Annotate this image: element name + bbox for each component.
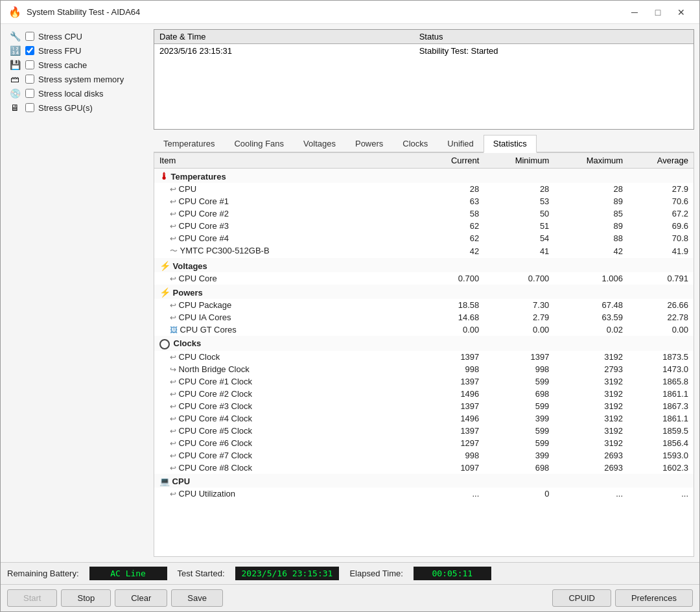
row-average: 1859.5 bbox=[628, 425, 694, 437]
row-maximum: 88 bbox=[554, 232, 628, 244]
row-item: ⚡ Powers bbox=[154, 285, 424, 299]
stress-fpu-label: Stress FPU bbox=[38, 46, 81, 56]
row-item: ↩ CPU Package bbox=[154, 299, 424, 311]
minimize-button[interactable]: ─ bbox=[624, 3, 645, 21]
row-average bbox=[628, 336, 694, 351]
row-item: 🖼 CPU GT Cores bbox=[154, 324, 424, 336]
row-item: ↩ CPU Core #2 bbox=[154, 207, 424, 220]
stress-fpu-item[interactable]: 🔢 Stress FPU bbox=[6, 43, 148, 58]
row-current: 998 bbox=[424, 449, 484, 462]
stats-table: Item Current Minimum Maximum Average 🌡 T… bbox=[154, 153, 694, 500]
data-row: ↩ CPU Core #4 Clock 1496 399 3192 1861.1 bbox=[154, 412, 694, 425]
row-maximum: ... bbox=[554, 488, 628, 500]
row-minimum: 0.700 bbox=[484, 272, 554, 285]
row-current: 62 bbox=[424, 232, 484, 244]
row-minimum: 0 bbox=[484, 488, 554, 500]
row-minimum: 599 bbox=[484, 400, 554, 412]
stress-disk-label: Stress local disks bbox=[38, 89, 103, 99]
stress-cache-checkbox[interactable] bbox=[25, 60, 34, 69]
stress-mem-item[interactable]: 🗃 Stress system memory bbox=[6, 72, 148, 86]
row-current: 1397 bbox=[424, 425, 484, 437]
row-average: 69.6 bbox=[628, 220, 694, 232]
stress-cache-label: Stress cache bbox=[38, 60, 87, 70]
tab-statistics[interactable]: Statistics bbox=[484, 135, 537, 153]
data-row: ↩ CPU Core #6 Clock 1297 599 3192 1856.4 bbox=[154, 437, 694, 449]
col-average: Average bbox=[628, 153, 694, 169]
row-average: 70.8 bbox=[628, 232, 694, 244]
row-average: 1873.5 bbox=[628, 351, 694, 363]
row-average: 1865.8 bbox=[628, 375, 694, 388]
tab-unified[interactable]: Unified bbox=[438, 135, 483, 153]
stress-cpu-label: Stress CPU bbox=[38, 32, 82, 41]
row-maximum: 2693 bbox=[554, 449, 628, 462]
stress-mem-label: Stress system memory bbox=[38, 75, 124, 84]
start-button[interactable]: Start bbox=[7, 589, 57, 607]
tab-powers[interactable]: Powers bbox=[345, 135, 393, 153]
row-average: 1602.3 bbox=[628, 462, 694, 474]
row-current: 1397 bbox=[424, 375, 484, 388]
tab-clocks[interactable]: Clocks bbox=[393, 135, 438, 153]
row-item: 🌡 Temperatures bbox=[154, 169, 424, 183]
row-average: 1856.4 bbox=[628, 437, 694, 449]
data-table-container[interactable]: Item Current Minimum Maximum Average 🌡 T… bbox=[154, 153, 694, 557]
row-current: 18.58 bbox=[424, 299, 484, 311]
row-item: ↩ CPU Core #4 bbox=[154, 232, 424, 244]
row-current bbox=[424, 169, 484, 183]
row-average: 70.6 bbox=[628, 195, 694, 207]
stress-mem-checkbox[interactable] bbox=[25, 75, 34, 84]
row-maximum: 89 bbox=[554, 195, 628, 207]
row-item: 〜 YMTC PC300-512GB-B bbox=[154, 244, 424, 258]
stress-disk-icon: 💿 bbox=[8, 88, 21, 99]
tab-voltages[interactable]: Voltages bbox=[294, 135, 345, 153]
stress-gpu-item[interactable]: 🖥 Stress GPU(s) bbox=[6, 100, 148, 115]
battery-value: AC Line bbox=[89, 567, 167, 580]
section-row: ⚡ Voltages bbox=[154, 258, 694, 272]
row-minimum: 998 bbox=[484, 363, 554, 375]
row-minimum: 0.00 bbox=[484, 324, 554, 336]
close-button[interactable]: ✕ bbox=[671, 3, 692, 21]
row-average bbox=[628, 169, 694, 183]
preferences-button[interactable]: Preferences bbox=[615, 589, 693, 607]
row-current: 1097 bbox=[424, 462, 484, 474]
stress-mem-icon: 🗃 bbox=[8, 74, 21, 84]
maximize-button[interactable]: □ bbox=[648, 3, 668, 21]
stress-disk-checkbox[interactable] bbox=[25, 89, 34, 98]
stress-fpu-checkbox[interactable] bbox=[25, 46, 34, 55]
col-minimum: Minimum bbox=[484, 153, 554, 169]
data-row: ↩ CPU Core #5 Clock 1397 599 3192 1859.5 bbox=[154, 425, 694, 437]
row-item: ↩ CPU bbox=[154, 183, 424, 195]
row-item: ↩ CPU Clock bbox=[154, 351, 424, 363]
main-content: 🔧 Stress CPU 🔢 Stress FPU 💾 Stress cache… bbox=[1, 24, 699, 562]
cpuid-button[interactable]: CPUID bbox=[552, 589, 611, 607]
data-row: ↩ CPU 28 28 28 27.9 bbox=[154, 183, 694, 195]
save-button[interactable]: Save bbox=[171, 589, 223, 607]
stress-cpu-checkbox[interactable] bbox=[25, 32, 34, 41]
log-datetime: 2023/5/16 23:15:31 bbox=[154, 44, 414, 58]
log-table[interactable]: Date & Time Status 2023/5/16 23:15:31Sta… bbox=[154, 29, 694, 130]
row-minimum: 599 bbox=[484, 375, 554, 388]
tab-cooling_fans[interactable]: Cooling Fans bbox=[224, 135, 294, 153]
data-row: ↩ CPU Core #2 58 50 85 67.2 bbox=[154, 207, 694, 220]
stop-button[interactable]: Stop bbox=[61, 589, 111, 607]
stress-disk-item[interactable]: 💿 Stress local disks bbox=[6, 86, 148, 100]
row-current: 58 bbox=[424, 207, 484, 220]
row-item: ↪ North Bridge Clock bbox=[154, 363, 424, 375]
row-item: ↩ CPU Core #1 bbox=[154, 195, 424, 207]
clear-button[interactable]: Clear bbox=[115, 589, 167, 607]
row-item: ↩ CPU Core #4 Clock bbox=[154, 412, 424, 425]
row-average: 27.9 bbox=[628, 183, 694, 195]
row-minimum: 28 bbox=[484, 183, 554, 195]
stress-fpu-icon: 🔢 bbox=[8, 45, 21, 56]
stress-cpu-item[interactable]: 🔧 Stress CPU bbox=[6, 29, 148, 43]
row-average: 1867.3 bbox=[628, 400, 694, 412]
row-minimum: 50 bbox=[484, 207, 554, 220]
data-row: ↩ CPU Core #1 63 53 89 70.6 bbox=[154, 195, 694, 207]
row-current: 62 bbox=[424, 220, 484, 232]
row-minimum: 53 bbox=[484, 195, 554, 207]
stress-gpu-checkbox[interactable] bbox=[25, 103, 34, 112]
section-row: 🌡 Temperatures bbox=[154, 169, 694, 183]
row-minimum: 599 bbox=[484, 437, 554, 449]
row-current: 998 bbox=[424, 363, 484, 375]
tab-temperatures[interactable]: Temperatures bbox=[154, 135, 224, 153]
stress-cache-item[interactable]: 💾 Stress cache bbox=[6, 58, 148, 72]
